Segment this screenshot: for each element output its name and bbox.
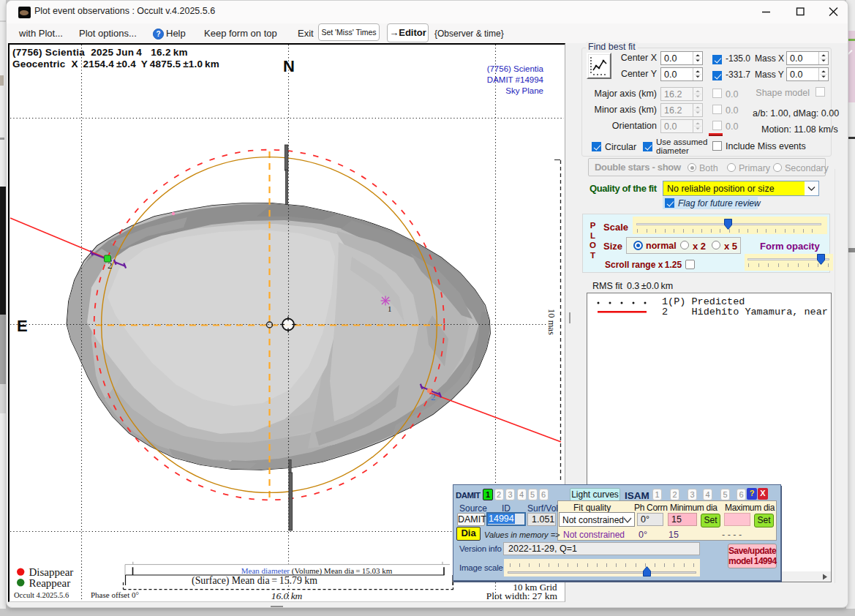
svg-text:2: 2 (108, 260, 113, 271)
svg-text:10 mas: 10 mas (546, 309, 557, 335)
svg-text:Reappear: Reappear (29, 577, 71, 589)
svg-text:1: 1 (388, 304, 392, 313)
svg-text:Plot width: 27 km: Plot width: 27 km (486, 590, 558, 601)
svg-text:(7756) Scientia: (7756) Scientia (487, 64, 544, 73)
svg-text:16.0 km: 16.0 km (271, 590, 303, 601)
svg-text:DAMIT #14994: DAMIT #14994 (487, 75, 544, 84)
svg-text:Geocentric X 2154.4 ±0.4 Y: Geocentric X 2154.4 ±0.4 Y 4875.5 ±1.0 k… (12, 59, 219, 70)
svg-text:Phase offset 0°: Phase offset 0° (91, 590, 139, 599)
svg-text:Sky Plane: Sky Plane (505, 86, 543, 95)
svg-text:Occult 4.2025.5.6: Occult 4.2025.5.6 (14, 591, 69, 599)
svg-text:2: 2 (431, 391, 436, 402)
svg-text:N: N (283, 57, 295, 75)
svg-text:(Surface) Mean dia = 15.79 km: (Surface) Mean dia = 15.79 km (192, 575, 317, 587)
svg-text:E: E (17, 317, 28, 335)
svg-text:(7756) Scientia 2025 Jun 4: (7756) Scientia 2025 Jun 4 16.2 km (12, 47, 188, 58)
